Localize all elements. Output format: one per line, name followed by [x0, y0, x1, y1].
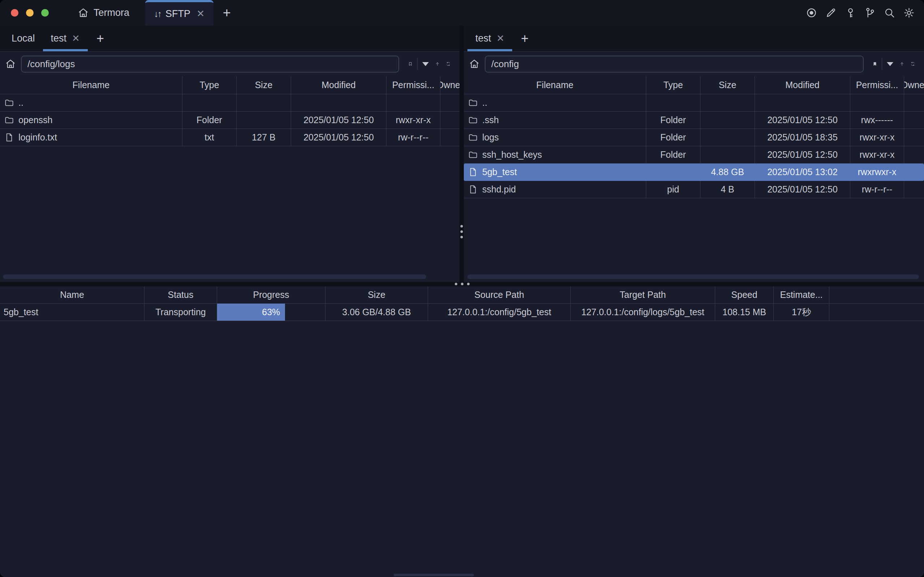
transfer-splitter[interactable]: [0, 282, 924, 286]
zoom-window-button[interactable]: [41, 9, 49, 17]
edit-pencil-icon[interactable]: [826, 7, 837, 18]
local-path-input[interactable]: [22, 58, 398, 70]
column-header-source-path[interactable]: Source Path: [428, 286, 571, 303]
file-row-5gbtest[interactable]: 5gb_test4.88 GB2025/01/05 13:02rwxrwxr-x: [464, 164, 924, 181]
home-icon[interactable]: [469, 58, 480, 69]
column-header-speed[interactable]: Speed: [715, 286, 774, 303]
pane-tab-test[interactable]: test ✕: [43, 26, 88, 51]
remote-path-actions: [869, 58, 918, 70]
filename-cell: .ssh: [464, 111, 646, 129]
column-header-size[interactable]: Size: [326, 286, 428, 303]
modified-cell: 2025/01/05 13:02: [755, 164, 850, 181]
pane-tab-close-icon[interactable]: ✕: [72, 33, 80, 44]
refresh-icon[interactable]: [907, 58, 918, 69]
folder-icon: [4, 115, 14, 125]
type-cell: [646, 94, 700, 111]
refresh-icon[interactable]: [443, 58, 454, 69]
owner-cell: [904, 146, 924, 163]
transfer-panel-empty: [0, 321, 924, 577]
size-cell: [700, 111, 755, 129]
pane-tab-local-label: Local: [11, 33, 35, 44]
file-row-sshhostkeys[interactable]: ssh_host_keysFolder2025/01/05 12:50rwxr-…: [464, 146, 924, 164]
column-header-permissi[interactable]: Permissi...: [850, 76, 904, 94]
pane-add-tab-button[interactable]: +: [512, 26, 537, 51]
file-row-[interactable]: ..: [0, 94, 460, 111]
file-row-ssh[interactable]: .sshFolder2025/01/05 12:50rwx------: [464, 111, 924, 129]
remote-path-input[interactable]: [485, 58, 863, 70]
up-directory-icon[interactable]: [432, 58, 443, 69]
file-row-openssh[interactable]: opensshFolder2025/01/05 12:50rwxr-xr-x: [0, 111, 460, 129]
column-header-status[interactable]: Status: [145, 286, 217, 303]
record-icon[interactable]: [806, 7, 817, 18]
type-cell: Folder: [182, 111, 237, 129]
pane-splitter-handle[interactable]: [461, 225, 463, 238]
filename-cell: 5gb_test: [464, 164, 646, 181]
type-cell: [646, 164, 700, 181]
settings-gear-icon[interactable]: [903, 7, 914, 18]
type-cell: pid: [646, 181, 700, 198]
column-header-target-path[interactable]: Target Path: [571, 286, 715, 303]
filename-label: sshd.pid: [482, 184, 516, 195]
tab-sftp-close-icon[interactable]: ✕: [197, 9, 205, 19]
file-row-sshdpid[interactable]: sshd.pidpid4 B2025/01/05 12:50rw-r--r--: [464, 181, 924, 198]
column-header-name[interactable]: Name: [0, 286, 145, 303]
filename-cell: openssh: [0, 111, 182, 129]
pane-tab-test[interactable]: test ✕: [468, 26, 512, 51]
pane-splitter[interactable]: [460, 26, 464, 282]
column-header-size[interactable]: Size: [700, 76, 755, 94]
search-icon[interactable]: [884, 7, 895, 18]
tab-sftp[interactable]: ↓↑ SFTP ✕: [145, 0, 213, 26]
column-header-permissi[interactable]: Permissi...: [387, 76, 440, 94]
filename-label: ..: [482, 97, 487, 108]
file-row-logs[interactable]: logsFolder2025/01/05 18:35rwxr-xr-x: [464, 129, 924, 146]
filename-label: 5gb_test: [482, 167, 517, 177]
file-row-[interactable]: ..: [464, 94, 924, 111]
column-header-modified[interactable]: Modified: [755, 76, 850, 94]
size-cell: 3.06 GB/4.88 GB: [326, 304, 428, 321]
source-path-cell: 127.0.0.1:/config/5gb_test: [428, 304, 571, 321]
branch-icon[interactable]: [864, 7, 876, 18]
permissions-cell: rwx------: [850, 111, 904, 129]
column-header-filename[interactable]: Filename: [464, 76, 646, 94]
filename-label: ..: [18, 97, 24, 108]
column-header-owner[interactable]: Owner: [440, 76, 460, 94]
pane-tab-close-icon[interactable]: ✕: [497, 33, 505, 44]
remote-file-table: FilenameTypeSizeModifiedPermissi...Owner…: [464, 76, 924, 282]
column-header-type[interactable]: Type: [182, 76, 237, 94]
transfer-row-5gbtest[interactable]: 5gb_testTransporting63%3.06 GB/4.88 GB12…: [0, 304, 924, 321]
home-icon[interactable]: [5, 58, 16, 69]
pane-tab-local[interactable]: Local: [3, 26, 43, 51]
new-tab-button[interactable]: +: [213, 0, 240, 26]
remote-pane-tabs: test ✕ +: [464, 26, 924, 52]
column-header-filename[interactable]: Filename: [0, 76, 182, 94]
type-cell: [182, 94, 237, 111]
column-header-estimate[interactable]: Estimate...: [774, 286, 829, 303]
column-header-progress[interactable]: Progress: [217, 286, 326, 303]
key-icon[interactable]: [845, 7, 856, 18]
modified-cell: 2025/01/05 12:50: [291, 129, 387, 146]
file-row-loginfotxt[interactable]: loginfo.txttxt127 B2025/01/05 12:50rw-r-…: [0, 129, 460, 146]
column-header-type[interactable]: Type: [646, 76, 700, 94]
column-header-size[interactable]: Size: [237, 76, 291, 94]
minimize-window-button[interactable]: [26, 9, 34, 17]
bookmark-icon[interactable]: [405, 58, 416, 69]
column-header-modified[interactable]: Modified: [291, 76, 387, 94]
horizontal-scrollbar[interactable]: [468, 274, 919, 279]
folder-icon: [468, 98, 478, 108]
local-path-actions: [405, 58, 454, 70]
bookmark-dropdown-caret-icon[interactable]: [884, 62, 897, 66]
pane-add-tab-button[interactable]: +: [88, 26, 113, 51]
horizontal-scrollbar[interactable]: [3, 274, 426, 279]
up-directory-icon[interactable]: [897, 58, 907, 69]
column-header-owner[interactable]: Owner: [904, 76, 924, 94]
size-cell: [700, 129, 755, 146]
horizontal-scrollbar[interactable]: [394, 574, 474, 576]
tab-termora[interactable]: Termora: [68, 0, 139, 26]
column-header-trailing: [829, 286, 924, 303]
owner-cell: [904, 94, 924, 111]
bookmark-dropdown-caret-icon[interactable]: [419, 62, 432, 66]
estimate-cell: 17秒: [774, 304, 829, 321]
close-window-button[interactable]: [11, 9, 18, 17]
progress-bar-fill: 63%: [217, 304, 285, 321]
bookmark-filled-icon[interactable]: [869, 58, 880, 69]
